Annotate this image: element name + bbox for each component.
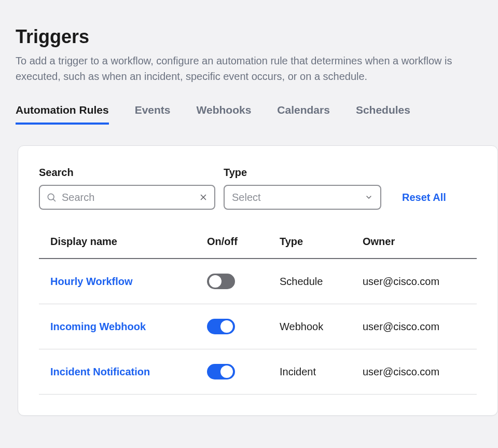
filters-row: Search Type Select (39, 167, 477, 210)
rule-toggle[interactable] (207, 319, 235, 334)
col-owner: Owner (363, 236, 477, 259)
tab-events[interactable]: Events (135, 104, 171, 125)
rule-owner: user@cisco.com (363, 321, 439, 332)
rule-owner: user@cisco.com (363, 276, 439, 287)
search-icon (46, 192, 57, 202)
search-label: Search (39, 167, 215, 179)
rule-name-link[interactable]: Hourly Workflow (50, 276, 133, 287)
rule-name-link[interactable]: Incoming Webhook (50, 321, 146, 332)
type-select[interactable]: Select (224, 185, 381, 210)
col-on-off: On/off (207, 236, 280, 259)
chevron-down-icon (365, 193, 373, 201)
rule-type: Incident (280, 366, 316, 377)
page-description: To add a trigger to a workflow, configur… (16, 53, 482, 84)
tabs: Automation Rules Events Webhooks Calenda… (16, 104, 498, 125)
rules-panel: Search Type Select (18, 145, 498, 416)
svg-point-0 (48, 194, 54, 200)
page-title: Triggers (16, 26, 498, 48)
rule-name-link[interactable]: Incident Notification (50, 366, 150, 377)
tab-calendars[interactable]: Calendars (277, 104, 330, 125)
rule-type: Schedule (280, 276, 323, 287)
col-type: Type (280, 236, 363, 259)
rules-table: Display name On/off Type Owner Hourly Wo… (39, 236, 477, 395)
rule-owner: user@cisco.com (363, 366, 439, 377)
rule-toggle[interactable] (207, 364, 235, 379)
tab-schedules[interactable]: Schedules (356, 104, 410, 125)
rule-type: Webhook (280, 321, 323, 332)
tab-automation-rules[interactable]: Automation Rules (16, 104, 109, 125)
rule-toggle[interactable] (207, 274, 235, 289)
type-select-value: Select (232, 192, 261, 203)
col-display-name: Display name (39, 236, 207, 259)
table-row: Incident Notification Incident user@cisc… (39, 349, 477, 395)
type-label: Type (224, 167, 381, 179)
svg-line-1 (53, 199, 56, 201)
reset-all-button[interactable]: Reset All (402, 192, 446, 210)
clear-search-button[interactable] (199, 193, 208, 202)
tab-webhooks[interactable]: Webhooks (197, 104, 252, 125)
table-row: Incoming Webhook Webhook user@cisco.com (39, 304, 477, 349)
search-input[interactable] (62, 192, 199, 203)
table-row: Hourly Workflow Schedule user@cisco.com (39, 259, 477, 304)
search-input-wrap (39, 185, 215, 210)
